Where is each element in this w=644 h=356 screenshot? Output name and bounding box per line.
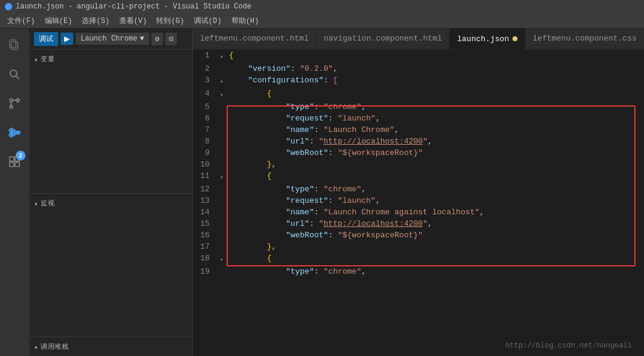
code-line: "webRoot": "${workspaceRoot}"	[227, 229, 644, 241]
fold-icon	[217, 63, 227, 74]
code-line: "configurations": [	[227, 74, 644, 88]
table-row: 5 "type": "chrome",	[193, 101, 644, 113]
table-row: 17 },	[193, 241, 644, 252]
tab-label: navigation.component.html	[324, 34, 442, 43]
table-row: 4 ▾ {	[193, 88, 644, 101]
table-row: 1 ▾ {	[193, 50, 644, 63]
tab-leftmenu-css[interactable]: leftmenu.component.css	[525, 28, 644, 49]
menu-bar: 文件(F) 编辑(E) 选择(S) 查看(V) 转到(G) 调试(D) 帮助(H…	[0, 13, 644, 28]
title-bar: launch.json - angular-cli-project - Visu…	[0, 0, 644, 13]
line-number: 14	[193, 206, 217, 218]
tab-label: leftmenu.component.css	[533, 34, 637, 43]
table-row: 2 "version": "0.2.0",	[193, 63, 644, 74]
code-editor[interactable]: 1 ▾ { 2 "version": "0.2.0", 3 ▾	[193, 50, 644, 356]
code-line: "url": "http://localhost:4200",	[227, 136, 644, 147]
fold-icon	[217, 266, 227, 277]
watch-arrow-icon: ▴	[34, 199, 38, 207]
code-line: {	[227, 88, 644, 101]
code-line: "request": "launch",	[227, 113, 644, 124]
tab-bar: leftmenu.component.html navigation.compo…	[193, 28, 644, 50]
variables-header[interactable]: ▴ 变量	[29, 52, 192, 66]
fold-icon	[217, 147, 227, 159]
debug-split-button[interactable]: ⊡	[165, 33, 177, 45]
menu-debug[interactable]: 调试(D)	[189, 15, 227, 27]
svg-rect-0	[10, 40, 16, 48]
variables-section: ▴ 变量	[29, 50, 192, 68]
code-line: {	[227, 50, 644, 63]
code-line: "webRoot": "${workspaceRoot}"	[227, 147, 644, 159]
menu-goto[interactable]: 转到(G)	[151, 15, 189, 27]
table-row: 3 ▾ "configurations": [	[193, 74, 644, 88]
dirty-indicator	[513, 36, 517, 41]
code-line: },	[227, 159, 644, 170]
dropdown-arrow-icon: ▼	[140, 35, 144, 43]
tab-leftmenu-html[interactable]: leftmenu.component.html	[193, 28, 316, 49]
line-number: 13	[193, 195, 217, 206]
code-line: "type": "chrome",	[227, 266, 644, 277]
explorer-icon[interactable]	[0, 31, 29, 60]
table-row: 7 "name": "Launch Chrome",	[193, 124, 644, 136]
fold-icon	[217, 195, 227, 206]
git-icon[interactable]	[0, 89, 29, 118]
menu-edit[interactable]: 编辑(E)	[40, 15, 78, 27]
callstack-header[interactable]: ▴ 调用堆栈	[29, 340, 192, 354]
debug-config-selector[interactable]: Launch Chrome ▼	[76, 33, 149, 45]
fold-icon[interactable]: ▾	[217, 88, 227, 101]
line-number: 7	[193, 124, 217, 136]
svg-point-6	[10, 105, 13, 108]
code-line: "url": "http://localhost:4200",	[227, 218, 644, 229]
fold-icon	[217, 124, 227, 136]
variables-label: 变量	[41, 54, 55, 64]
variables-arrow-icon: ▴	[34, 55, 38, 63]
line-number: 17	[193, 241, 217, 252]
menu-select[interactable]: 选择(S)	[77, 15, 115, 27]
watch-header[interactable]: ▴ 监视	[29, 196, 192, 210]
fold-icon	[217, 241, 227, 252]
fold-icon	[217, 136, 227, 147]
window-title: launch.json - angular-cli-project - Visu…	[16, 2, 251, 11]
tab-label: launch.json	[457, 35, 509, 44]
line-number: 4	[193, 88, 217, 101]
debug-icon[interactable]	[0, 118, 29, 147]
fold-icon	[217, 206, 227, 218]
fold-icon[interactable]: ▾	[217, 74, 227, 88]
sidebar: 调试 ▶ Launch Chrome ▼ ⚙ ⊡ ▴ 变量	[29, 28, 193, 356]
callstack-arrow-icon: ▴	[34, 343, 38, 351]
callstack-section: ▴ 调用堆栈	[29, 337, 192, 356]
fold-icon	[217, 183, 227, 195]
editor-area: leftmenu.component.html navigation.compo…	[193, 28, 644, 356]
menu-view[interactable]: 查看(V)	[115, 15, 152, 27]
extensions-icon[interactable]: 2	[0, 147, 29, 176]
fold-icon[interactable]: ▾	[217, 50, 227, 63]
code-line: "name": "Launch Chrome",	[227, 124, 644, 136]
watermark: http://blog.csdn.net/nangeali	[505, 341, 632, 350]
split-icon: ⊡	[169, 35, 173, 44]
play-button[interactable]: ▶	[61, 33, 73, 45]
code-line: "request": "launch",	[227, 195, 644, 206]
callstack-label: 调用堆栈	[41, 342, 68, 351]
code-line: "name": "Launch Chrome against localhost…	[227, 206, 644, 218]
line-number: 2	[193, 63, 217, 74]
line-number: 11	[193, 170, 217, 183]
fold-icon	[217, 229, 227, 241]
config-label: Launch Chrome	[81, 35, 138, 43]
debug-settings-button[interactable]: ⚙	[151, 33, 163, 45]
table-row: 8 "url": "http://localhost:4200",	[193, 136, 644, 147]
line-number: 3	[193, 74, 217, 88]
fold-icon[interactable]: ▾	[217, 170, 227, 183]
fold-icon[interactable]: ▾	[217, 252, 227, 266]
line-number: 15	[193, 218, 217, 229]
svg-point-2	[10, 70, 17, 77]
line-number: 16	[193, 229, 217, 241]
svg-point-4	[10, 99, 13, 102]
search-icon[interactable]	[0, 60, 29, 89]
extensions-badge: 2	[16, 151, 25, 160]
menu-file[interactable]: 文件(F)	[2, 15, 40, 27]
tab-navigation-html[interactable]: navigation.component.html	[316, 28, 450, 49]
tab-launch-json[interactable]: launch.json	[450, 28, 525, 49]
menu-help[interactable]: 帮助(H)	[227, 15, 264, 27]
fold-icon	[217, 159, 227, 170]
gear-icon: ⚙	[155, 35, 159, 44]
debug-start-button[interactable]: 调试	[34, 32, 58, 46]
table-row: 9 "webRoot": "${workspaceRoot}"	[193, 147, 644, 159]
